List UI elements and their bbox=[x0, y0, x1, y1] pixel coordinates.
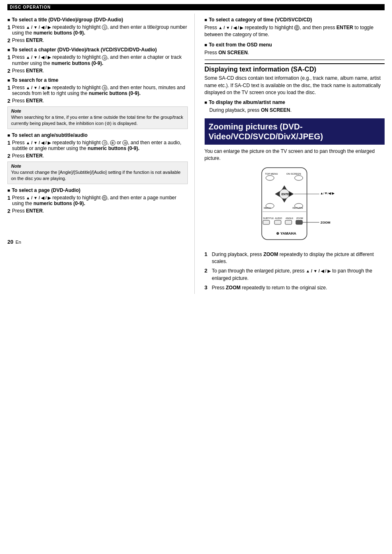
bold-num-5: numeric buttons (0-9). bbox=[33, 201, 85, 206]
section-angle: To select an angle/subtitle/audio 1 Pres… bbox=[7, 132, 188, 159]
page-num: 20 bbox=[7, 239, 13, 245]
zoom-step-num-3: 3 bbox=[205, 284, 212, 291]
bold-num-1: numeric buttons (0-9). bbox=[33, 30, 85, 36]
arrow-icons-4: ▲ / ▼ / ◀ / ▶ bbox=[26, 141, 51, 145]
section-title: To select a title (DVD-Video)/group (DVD… bbox=[7, 17, 188, 44]
section-angle-heading: To select an angle/subtitle/audio bbox=[7, 132, 188, 138]
step-5-1-content: Press ▲ / ▼ / ◀ / ▶ repeatedly to highli… bbox=[12, 195, 187, 206]
step-num-1: 1 bbox=[7, 24, 10, 30]
sacd-section: Displaying text information (SA-CD) Some… bbox=[205, 63, 385, 114]
circle-5: ⑤ bbox=[102, 85, 107, 90]
enter-5: ENTER bbox=[26, 208, 43, 214]
step-3-2-content: Press ENTER. bbox=[12, 98, 187, 104]
section-album: To display the album/artist name During … bbox=[205, 99, 385, 114]
page-number-area: 20 En bbox=[7, 239, 188, 245]
svg-marker-7 bbox=[275, 191, 280, 197]
step-num-3-1: 1 bbox=[7, 85, 10, 91]
step-num-3-2: 2 bbox=[7, 98, 10, 104]
top-bar: DISC OPERATION bbox=[7, 4, 385, 10]
step-3-1-content: Press ▲ / ▼ / ◀ / ▶ repeatedly to highli… bbox=[12, 85, 187, 96]
section-osd-body: Press ON SCREEN. bbox=[205, 49, 385, 56]
note-label-1: Note bbox=[11, 108, 184, 113]
enter-3: ENTER bbox=[26, 98, 43, 104]
step-4-1-content: Press ▲ / ▼ / ◀ / ▶ repeatedly to highli… bbox=[12, 140, 187, 151]
section-osd-text: To exit from the OSD menu bbox=[209, 42, 272, 48]
zoom-body: You can enlarge the picture on the TV sc… bbox=[205, 148, 385, 162]
svg-text:ON SCREEN: ON SCREEN bbox=[286, 173, 301, 175]
arrow-icons-6: ▲ / ▼ / ◀ / ▶ bbox=[219, 25, 244, 30]
enter-2: ENTER bbox=[26, 68, 43, 74]
step-num-5-1: 1 bbox=[7, 195, 10, 201]
note-box-1: Note When searching for a time, if you e… bbox=[7, 106, 188, 129]
arrow-icons-3: ▲ / ▼ / ◀ / ▶ bbox=[26, 85, 51, 90]
page: DISC OPERATION To select a title (DVD-Vi… bbox=[0, 0, 392, 554]
step-3-1: 1 Press ▲ / ▼ / ◀ / ▶ repeatedly to high… bbox=[7, 85, 188, 96]
step-num-2a: 2 bbox=[7, 37, 10, 44]
zoom-step-2: 2 To pan through the enlarged picture, p… bbox=[205, 268, 385, 282]
step-num-2-2: 2 bbox=[7, 68, 10, 74]
section-page-heading: To select a page (DVD-Audio) bbox=[7, 187, 188, 193]
section-chapter: To select a chapter (DVD-Video)/track (V… bbox=[7, 47, 188, 74]
circle-10: ⑩ bbox=[122, 140, 128, 145]
bold-num-4: numeric buttons (0-9). bbox=[88, 145, 139, 151]
section-osd: To exit from the OSD menu Press ON SCREE… bbox=[205, 42, 385, 56]
zoom-step-1: 1 During playback, press ZOOM repeatedly… bbox=[205, 251, 385, 265]
step-3-2: 2 Press ENTER. bbox=[7, 98, 188, 104]
svg-text:ZOOM: ZOOM bbox=[296, 217, 303, 219]
on-screen-2: ON SCREEN bbox=[261, 107, 290, 113]
enter-1: ENTER bbox=[26, 37, 43, 43]
zoom-step-text-2: To pan through the enlarged picture, pre… bbox=[212, 268, 385, 282]
arrow-icons-7: ▲ / ▼ / ◀ / ▶ bbox=[306, 269, 331, 273]
bold-num-2: numeric buttons (0-9). bbox=[51, 60, 103, 66]
step-5-2: 2 Press ENTER. bbox=[7, 208, 188, 214]
on-screen-1: ON SCREEN bbox=[219, 50, 248, 55]
svg-text:ANGLE: ANGLE bbox=[286, 217, 293, 219]
sacd-body: Some SA-CD discs contain text informatio… bbox=[205, 75, 385, 96]
zoom-bold-3: ZOOM bbox=[226, 285, 241, 291]
zoom-step-num-1: 1 bbox=[205, 251, 212, 257]
arrow-icons: ▲ / ▼ / ◀ / ▶ bbox=[26, 25, 51, 30]
step-num-4-1: 1 bbox=[7, 140, 10, 146]
circle-1: ① bbox=[102, 25, 107, 30]
section-category-text: To select a category of time (VCD/SVCD/C… bbox=[209, 17, 312, 23]
sacd-heading: Displaying text information (SA-CD) bbox=[205, 63, 385, 73]
svg-point-4 bbox=[295, 175, 303, 180]
svg-text:▲/▼/◀/▶: ▲/▼/◀/▶ bbox=[320, 192, 335, 195]
arrow-icons-5: ▲ / ▼ / ◀ / ▶ bbox=[26, 196, 51, 200]
step-num-5-2: 2 bbox=[7, 208, 10, 214]
top-bar-label: DISC OPERATION bbox=[10, 5, 51, 9]
note-text-1: When searching for a time, if you enter … bbox=[11, 114, 184, 127]
step-4-2-content: Press ENTER. bbox=[12, 153, 187, 159]
section-album-text: To display the album/artist name bbox=[209, 99, 285, 105]
section-time-search: To search for a time 1 Press ▲ / ▼ / ◀ /… bbox=[7, 77, 188, 104]
step-2-1-content: Press ▲ / ▼ / ◀ / ▶ repeatedly to highli… bbox=[12, 54, 187, 66]
zoom-bold-1: ZOOM bbox=[263, 252, 278, 257]
section-time-search-text: To search for a time bbox=[12, 77, 58, 83]
section-chapter-text: To select a chapter (DVD-Video)/track (V… bbox=[12, 47, 157, 53]
step-num-4-2: 2 bbox=[7, 153, 10, 159]
step-5-2-content: Press ENTER. bbox=[12, 208, 187, 214]
section-osd-heading: To exit from the OSD menu bbox=[205, 42, 385, 48]
note-box-2: Note You cannot change the [Angle]/[Subt… bbox=[7, 162, 188, 184]
step-4-2: 2 Press ENTER. bbox=[7, 153, 188, 159]
svg-text:TOP MENU: TOP MENU bbox=[265, 173, 278, 175]
left-column: To select a title (DVD-Video)/group (DVD… bbox=[7, 14, 195, 294]
zoom-section-header: Zooming pictures (DVD-Video/VCD/SVCD/Div… bbox=[205, 118, 385, 145]
svg-text:AUDIO: AUDIO bbox=[275, 217, 282, 219]
svg-text:⊕ YAMAHA: ⊕ YAMAHA bbox=[276, 231, 297, 235]
step-num-2-1: 1 bbox=[7, 54, 10, 60]
divider bbox=[205, 60, 385, 60]
step-5-1: 1 Press ▲ / ▼ / ◀ / ▶ repeatedly to high… bbox=[7, 195, 188, 206]
step-2-2: 2 Press ENTER. bbox=[7, 68, 188, 74]
step-2-2-content: Press ENTER. bbox=[12, 68, 187, 74]
zoom-step-text-3: Press ZOOM repeatedly to return to the o… bbox=[212, 284, 385, 291]
circle-11: ⑪ bbox=[102, 195, 107, 201]
step-1-1: 1 Press ▲ / ▼ / ◀ / ▶ repeatedly to high… bbox=[7, 24, 188, 36]
zoom-step-text-1: During playback, press ZOOM repeatedly t… bbox=[212, 251, 385, 265]
step-4-1: 1 Press ▲ / ▼ / ◀ / ▶ repeatedly to high… bbox=[7, 140, 188, 151]
remote-svg: TOP MENU ON SCREEN bbox=[249, 166, 340, 248]
section-category: To select a category of time (VCD/SVCD/C… bbox=[205, 17, 385, 39]
circle-8: ⑧ bbox=[110, 140, 115, 145]
step-1-2-content: Press ENTER. bbox=[12, 37, 187, 43]
arrow-icons-2: ▲ / ▼ / ◀ / ▶ bbox=[26, 55, 51, 60]
